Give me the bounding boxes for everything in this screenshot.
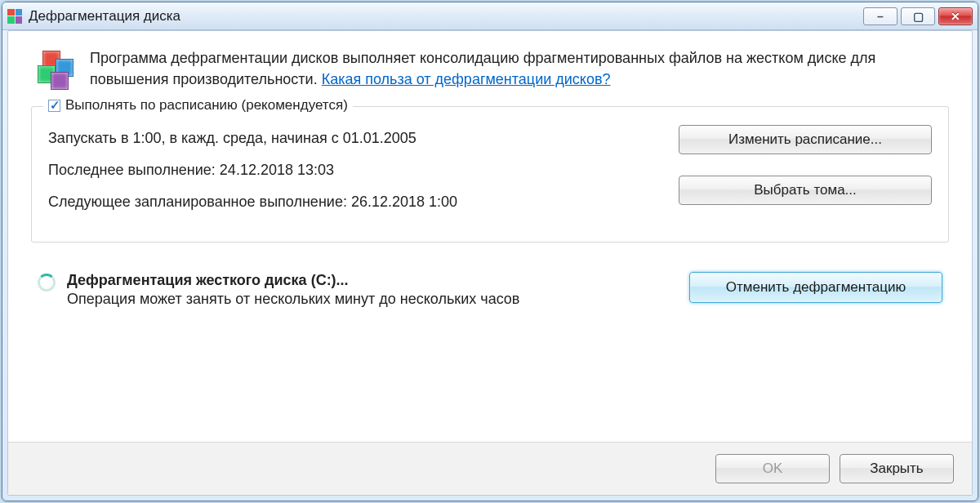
status-desc: Операция может занять от нескольких мину…	[67, 291, 519, 308]
minimize-button[interactable]: –	[863, 7, 898, 25]
status-row: Дефрагментация жесткого диска (C:)... Оп…	[31, 272, 949, 308]
select-volumes-button[interactable]: Выбрать тома...	[679, 176, 932, 205]
change-schedule-button[interactable]: Изменить расписание...	[679, 125, 932, 154]
ok-button: OK	[715, 454, 830, 483]
schedule-run-line: Запускать в 1:00, в кажд. среда, начиная…	[48, 130, 646, 147]
intro: Программа дефрагментации дисков выполняе…	[31, 47, 949, 91]
schedule-checkbox[interactable]	[48, 100, 60, 112]
window-title: Дефрагментация диска	[29, 8, 863, 24]
schedule-lines: Запускать в 1:00, в кажд. среда, начиная…	[48, 120, 646, 225]
schedule-next-run: Следующее запланированное выполнение: 26…	[48, 194, 646, 211]
close-button[interactable]: ✕	[938, 7, 973, 25]
schedule-last-run: Последнее выполнение: 24.12.2018 13:03	[48, 162, 646, 179]
schedule-checkbox-label: Выполнять по расписанию (рекомендуется)	[65, 97, 348, 114]
schedule-group: Выполнять по расписанию (рекомендуется) …	[31, 106, 949, 243]
intro-text: Программа дефрагментации дисков выполняе…	[90, 47, 949, 91]
window-controls: – ▢ ✕	[863, 7, 973, 25]
defrag-large-icon	[31, 47, 75, 91]
status-title: Дефрагментация жесткого диска (C:)...	[67, 272, 519, 289]
status-left: Дефрагментация жесткого диска (C:)... Оп…	[38, 272, 657, 308]
close-dialog-button[interactable]: Закрыть	[840, 454, 954, 483]
help-link[interactable]: Какая польза от дефрагментации дисков?	[322, 71, 611, 87]
content: Программа дефрагментации дисков выполняе…	[8, 31, 972, 442]
status-text: Дефрагментация жесткого диска (C:)... Оп…	[67, 272, 519, 308]
titlebar[interactable]: Дефрагментация диска – ▢ ✕	[2, 2, 978, 30]
defrag-app-icon	[7, 9, 22, 24]
defrag-window: Дефрагментация диска – ▢ ✕ Программа деф…	[2, 2, 978, 501]
schedule-body: Запускать в 1:00, в кажд. среда, начиная…	[48, 120, 932, 225]
schedule-legend: Выполнять по расписанию (рекомендуется)	[43, 97, 353, 114]
cancel-defrag-button[interactable]: Отменить дефрагментацию	[689, 272, 942, 303]
footer: OK Закрыть	[8, 442, 972, 495]
maximize-button[interactable]: ▢	[901, 7, 935, 25]
spinner-icon	[38, 274, 56, 292]
schedule-side-buttons: Изменить расписание... Выбрать тома...	[679, 120, 932, 225]
client-area: Программа дефрагментации дисков выполняе…	[7, 30, 973, 496]
